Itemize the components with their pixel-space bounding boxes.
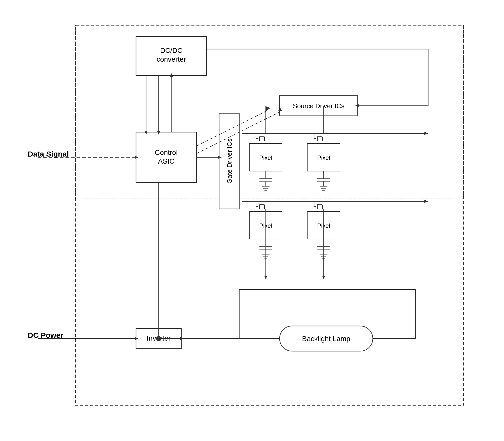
dc-power-label: DC Power (28, 331, 63, 340)
main-svg: DC/DC converter Source Driver ICs Contro… (25, 13, 479, 428)
svg-marker-103 (264, 105, 270, 111)
svg-text:ASIC: ASIC (158, 157, 174, 165)
svg-marker-91 (322, 276, 325, 279)
svg-text:Pixel: Pixel (259, 154, 272, 161)
data-signal-label: Data Signal (28, 150, 69, 158)
svg-text:Pixel: Pixel (317, 154, 330, 161)
diagram-container: DC/DC converter Source Driver ICs Contro… (25, 13, 479, 428)
svg-marker-53 (424, 200, 428, 203)
svg-text:converter: converter (157, 55, 186, 63)
svg-rect-5 (76, 25, 463, 199)
svg-text:Backlight Lamp: Backlight Lamp (302, 335, 350, 343)
svg-text:Control: Control (155, 149, 178, 156)
svg-text:DC/DC: DC/DC (160, 47, 183, 54)
svg-text:Gate Driver ICs: Gate Driver ICs (226, 138, 233, 183)
svg-marker-89 (264, 276, 267, 279)
svg-text:Source Driver ICs: Source Driver ICs (293, 102, 344, 110)
svg-marker-21 (424, 132, 428, 135)
